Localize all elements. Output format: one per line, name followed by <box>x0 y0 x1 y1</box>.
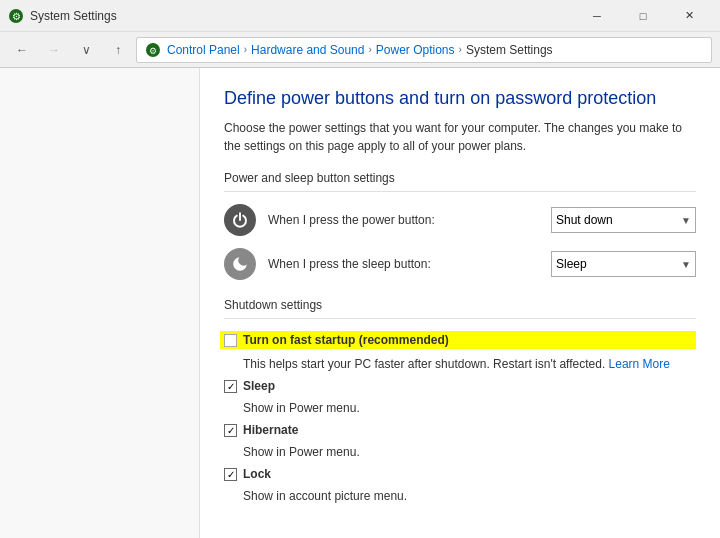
hibernate-checkbox[interactable]: ✓ <box>224 424 237 437</box>
hibernate-row: ✓ Hibernate <box>224 423 696 437</box>
minimize-button[interactable]: ─ <box>574 0 620 32</box>
forward-button[interactable]: → <box>40 36 68 64</box>
lock-label: Lock <box>243 467 271 481</box>
power-button-section-header: Power and sleep button settings <box>224 171 696 192</box>
breadcrumb-control-panel[interactable]: Control Panel <box>167 43 240 57</box>
power-button-row: When I press the power button: Shut down… <box>224 204 696 236</box>
lock-row: ✓ Lock <box>224 467 696 481</box>
page-title: Define power buttons and turn on passwor… <box>224 88 696 109</box>
sleep-button-dropdown-arrow: ▼ <box>681 259 691 270</box>
sleep-desc: Show in Power menu. <box>243 401 696 415</box>
sleep-button-label: When I press the sleep button: <box>268 257 539 271</box>
fast-startup-row: Turn on fast startup (recommended) <box>220 331 696 349</box>
sleep-label: Sleep <box>243 379 275 393</box>
title-bar-controls: ─ □ ✕ <box>574 0 712 32</box>
breadcrumb-current: System Settings <box>466 43 553 57</box>
breadcrumb: ⚙ Control Panel › Hardware and Sound › P… <box>136 37 712 63</box>
breadcrumb-icon: ⚙ <box>145 42 161 58</box>
sleep-row: ✓ Sleep <box>224 379 696 393</box>
breadcrumb-hardware-sound[interactable]: Hardware and Sound <box>251 43 364 57</box>
lock-desc: Show in account picture menu. <box>243 489 696 503</box>
power-button-icon <box>224 204 256 236</box>
breadcrumb-power-options[interactable]: Power Options <box>376 43 455 57</box>
close-button[interactable]: ✕ <box>666 0 712 32</box>
up-button[interactable]: ↑ <box>104 36 132 64</box>
page-description: Choose the power settings that you want … <box>224 119 696 155</box>
dropdown-button[interactable]: ∨ <box>72 36 100 64</box>
title-bar: ⚙ System Settings ─ □ ✕ <box>0 0 720 32</box>
shutdown-section-header: Shutdown settings <box>224 298 696 319</box>
svg-text:⚙: ⚙ <box>12 11 21 22</box>
power-button-label: When I press the power button: <box>268 213 539 227</box>
breadcrumb-sep-3: › <box>459 44 462 55</box>
sleep-button-row: When I press the sleep button: Sleep ▼ <box>224 248 696 280</box>
lock-checkbox[interactable]: ✓ <box>224 468 237 481</box>
fast-startup-label: Turn on fast startup (recommended) <box>243 333 449 347</box>
maximize-button[interactable]: □ <box>620 0 666 32</box>
sleep-button-value: Sleep <box>556 257 587 271</box>
power-button-dropdown[interactable]: Shut down ▼ <box>551 207 696 233</box>
sidebar <box>0 68 200 538</box>
shutdown-section: Shutdown settings Turn on fast startup (… <box>224 298 696 503</box>
content-area: Define power buttons and turn on passwor… <box>200 68 720 538</box>
breadcrumb-sep-2: › <box>368 44 371 55</box>
sleep-checkbox[interactable]: ✓ <box>224 380 237 393</box>
nav-bar: ← → ∨ ↑ ⚙ Control Panel › Hardware and S… <box>0 32 720 68</box>
main-content: Define power buttons and turn on passwor… <box>0 68 720 538</box>
fast-startup-checkbox[interactable] <box>224 334 237 347</box>
power-button-value: Shut down <box>556 213 613 227</box>
fast-startup-desc: This helps start your PC faster after sh… <box>243 357 696 371</box>
sleep-button-dropdown[interactable]: Sleep ▼ <box>551 251 696 277</box>
sleep-button-icon <box>224 248 256 280</box>
title-bar-text: System Settings <box>30 9 117 23</box>
power-button-dropdown-arrow: ▼ <box>681 215 691 226</box>
app-icon: ⚙ <box>8 8 24 24</box>
hibernate-label: Hibernate <box>243 423 298 437</box>
breadcrumb-sep-1: › <box>244 44 247 55</box>
learn-more-link[interactable]: Learn More <box>609 357 670 371</box>
hibernate-desc: Show in Power menu. <box>243 445 696 459</box>
back-button[interactable]: ← <box>8 36 36 64</box>
svg-text:⚙: ⚙ <box>149 46 157 56</box>
